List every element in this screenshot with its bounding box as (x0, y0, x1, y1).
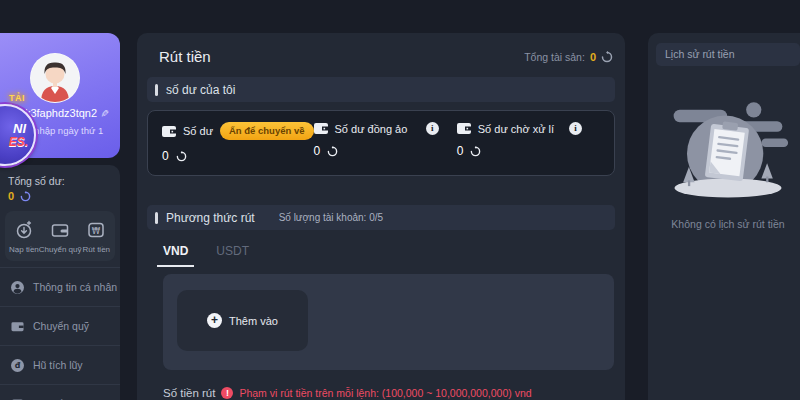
total-assets-value: 0 (590, 51, 596, 63)
deposit-label: Nạp tiền (9, 245, 39, 254)
tab-usdt[interactable]: USDT (216, 244, 249, 267)
total-assets: Tổng tài sản: 0 (524, 51, 613, 63)
refresh-balance-icon[interactable] (20, 191, 31, 202)
svg-text:đ: đ (15, 361, 21, 370)
balance-label: Số dư chờ xử lí (478, 123, 554, 135)
withdraw-label: Rút tiền (82, 245, 110, 254)
method-title: Phương thức rút (166, 211, 255, 225)
deposit-button[interactable]: Nạp tiền (9, 220, 39, 254)
transfer-button[interactable]: Chuyển quỹ (39, 220, 82, 254)
history-title: Lịch sử rút tiền (656, 43, 800, 66)
accent-bar (155, 212, 158, 224)
refresh-icon[interactable] (327, 146, 338, 157)
my-balance-header: số dư của tôi (147, 77, 615, 102)
edit-username-icon[interactable]: ✎ (99, 109, 110, 117)
my-balance-title: số dư của tôi (166, 83, 235, 97)
avatar-illustration (31, 54, 79, 102)
withdraw-history-panel: Lịch sử rút tiền Không có lịch sử rút ti… (648, 33, 800, 400)
accent-bar (155, 84, 158, 96)
empty-state: Không có lịch sử rút tiền (648, 66, 800, 230)
main-header: Rút tiền Tổng tài sản: 0 (137, 33, 625, 77)
user-icon (11, 281, 24, 294)
balance-main: Số dư Ấn để chuyển về 0 (162, 122, 314, 163)
transfer-back-button[interactable]: Ấn để chuyển về (220, 122, 314, 140)
balance-pending: Số dư chờ xử lí i 0 (457, 122, 600, 163)
profile-card: wzk3faphdz3tqn2✎ Gia nhập ngày thứ 1 TẢI… (0, 33, 120, 158)
sidebar-item-transfer[interactable]: Chuyển quỹ (0, 306, 120, 345)
sidebar-item-jackpot[interactable]: đ Hũ tích lũy (0, 345, 120, 384)
withdraw-range-warning: Phạm vi rút tiền trên mỗi lệnh: (100,000… (239, 387, 531, 399)
svg-text:₩: ₩ (92, 226, 101, 236)
page-title: Rút tiền (159, 48, 211, 65)
currency-tabs: VND USDT (137, 230, 625, 267)
wallet-icon (11, 320, 24, 333)
sidebar-menu: Thông tin cá nhân Chuyển quỹ đ Hũ tích l… (0, 267, 120, 400)
balance-virtual: Số dư đồng ảo i 0 (314, 122, 457, 163)
sticker-text-line2: ES. (9, 135, 28, 149)
info-icon[interactable]: i (569, 122, 582, 135)
withdraw-amount-label: Số tiền rút (163, 387, 215, 399)
vnd-accounts-panel: + Thêm vào (163, 274, 614, 370)
total-balance-label: Tổng số dư: (0, 165, 120, 187)
balance-label: Số dư đồng ảo (335, 123, 408, 135)
total-assets-label: Tổng tài sản: (524, 51, 585, 63)
empty-history-text: Không có lịch sử rút tiền (648, 218, 800, 230)
wallet-icon (457, 123, 471, 134)
method-header: Phương thức rút Số lượng tài khoản: 0/5 (147, 205, 615, 230)
wallet-icon (50, 220, 70, 240)
withdraw-amount-row: Số tiền rút ! Phạm vi rút tiền trên mỗi … (163, 387, 614, 399)
account-count-label: Số lượng tài khoản: (279, 212, 367, 223)
account-count: Số lượng tài khoản: 0/5 (279, 212, 383, 223)
empty-illustration-icon (666, 94, 790, 200)
add-label: Thêm vào (229, 315, 278, 327)
sidebar-item-personal-info[interactable]: Thông tin cá nhân (0, 267, 120, 306)
total-balance-value: 0 (8, 190, 14, 202)
balance-label: Số dư (183, 125, 213, 137)
refresh-assets-icon[interactable] (601, 51, 613, 63)
wallet-icon (314, 123, 328, 134)
sticker-text-line1: NI (13, 121, 26, 136)
balance-value: 0 (457, 144, 464, 158)
withdraw-button[interactable]: ₩ Rút tiền (82, 220, 112, 254)
sidebar-item-fund[interactable]: Quỹ tiền (0, 384, 120, 400)
sidebar: Tổng số dư: 0 Nạp tiền Chuyển quỹ ₩ Rút … (0, 165, 120, 400)
withdraw-page: Rút tiền Tổng tài sản: 0 số dư của tôi S… (137, 33, 625, 400)
warning-icon: ! (221, 387, 233, 399)
account-count-value: 0/5 (369, 212, 383, 223)
refresh-icon[interactable] (176, 151, 187, 162)
plus-icon: + (207, 313, 222, 328)
tab-vnd[interactable]: VND (157, 244, 194, 267)
balance-value: 0 (162, 149, 169, 163)
add-bank-account-button[interactable]: + Thêm vào (177, 290, 308, 351)
transfer-label: Chuyển quỹ (39, 245, 82, 254)
withdraw-icon: ₩ (86, 220, 106, 240)
info-icon[interactable]: i (426, 122, 439, 135)
refresh-icon[interactable] (470, 146, 481, 157)
menu-label: Chuyển quỹ (33, 320, 89, 332)
coin-icon: đ (11, 359, 24, 372)
balance-value: 0 (314, 144, 321, 158)
menu-label: Thông tin cá nhân (33, 281, 117, 293)
quick-actions: Nạp tiền Chuyển quỹ ₩ Rút tiền (5, 211, 115, 261)
deposit-icon (14, 220, 34, 240)
menu-label: Hũ tích lũy (33, 359, 83, 371)
balance-box: Số dư Ấn để chuyển về 0 Số dư đồng ảo i … (147, 110, 615, 176)
avatar[interactable] (30, 53, 80, 103)
wallet-icon (162, 126, 176, 137)
total-balance-row: 0 (0, 187, 120, 202)
download-app-label: TẢI (9, 93, 25, 103)
